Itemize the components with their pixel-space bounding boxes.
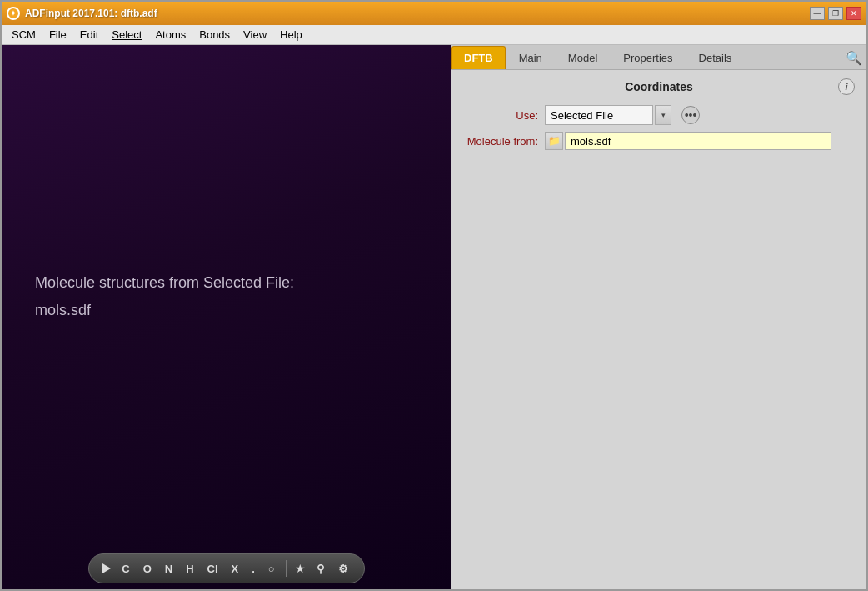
coordinates-section-header: Coordinates i	[463, 78, 855, 95]
more-options-button[interactable]: •••	[681, 106, 700, 124]
menu-select[interactable]: Select	[105, 27, 148, 43]
file-browse-button[interactable]: 📁	[545, 132, 563, 150]
left-panel: Molecule structures from Selected File: …	[2, 45, 451, 589]
use-control-group: Selected File ▾	[545, 105, 671, 125]
menu-view[interactable]: View	[237, 27, 273, 43]
tab-model[interactable]: Model	[556, 46, 610, 69]
molecule-from-input[interactable]	[565, 132, 831, 150]
use-dropdown-arrow[interactable]: ▾	[655, 105, 671, 125]
toolbar-cl-button[interactable]: Cl	[205, 561, 221, 577]
molecule-from-row: Molecule from: 📁	[463, 132, 855, 150]
panel-content: Coordinates i Use: Selected File ▾ •••	[451, 70, 866, 589]
right-panel: DFTB Main Model Properties Details 🔍 Coo…	[451, 45, 866, 589]
toolbar-search-button[interactable]: ⚲	[314, 561, 327, 577]
coordinates-title: Coordinates	[594, 80, 725, 93]
use-select[interactable]: Selected File	[545, 105, 653, 125]
menu-scm[interactable]: SCM	[5, 27, 42, 43]
app-icon: ✦	[7, 7, 20, 20]
toolbar-n-button[interactable]: N	[162, 561, 175, 577]
tabs-bar: DFTB Main Model Properties Details 🔍	[451, 45, 866, 70]
toolbar-arrow-icon[interactable]	[102, 563, 111, 573]
minimize-button[interactable]: —	[810, 7, 825, 20]
window-title: ADFinput 2017.101: dftb.adf	[25, 8, 157, 19]
toolbar-pill: C O N H Cl X . ○ ★ ⚲ ⚙	[88, 553, 364, 583]
search-icon[interactable]: 🔍	[841, 46, 866, 69]
use-label: Use:	[463, 109, 538, 122]
menu-bonds[interactable]: Bonds	[192, 27, 237, 43]
toolbar-star-button[interactable]: ★	[295, 562, 306, 575]
toolbar-circle-button[interactable]: ○	[266, 561, 277, 577]
toolbar-separator	[286, 560, 287, 577]
info-button[interactable]: i	[838, 78, 855, 95]
molecule-description-line2: mols.sdf	[35, 302, 418, 319]
file-input-group: 📁	[545, 132, 831, 150]
title-bar: ✦ ADFinput 2017.101: dftb.adf — ❐ ✕	[2, 2, 866, 25]
toolbar-dot-button[interactable]: .	[249, 561, 257, 577]
molecule-from-label: Molecule from:	[463, 135, 538, 148]
toolbar-o-button[interactable]: O	[141, 561, 154, 577]
menu-help[interactable]: Help	[273, 27, 309, 43]
main-content: Molecule structures from Selected File: …	[2, 45, 866, 589]
app-window: ✦ ADFinput 2017.101: dftb.adf — ❐ ✕ SCM …	[0, 0, 868, 591]
toolbar-gear-button[interactable]: ⚙	[336, 561, 351, 577]
toolbar-c-button[interactable]: C	[119, 561, 132, 577]
molecule-display: Molecule structures from Selected File: …	[2, 45, 451, 548]
toolbar-h-button[interactable]: H	[183, 561, 196, 577]
tab-properties[interactable]: Properties	[611, 46, 685, 69]
toolbar-x-button[interactable]: X	[229, 561, 242, 577]
window-controls: — ❐ ✕	[810, 7, 861, 20]
menu-atoms[interactable]: Atoms	[148, 27, 192, 43]
use-row: Use: Selected File ▾ •••	[463, 105, 855, 125]
tab-dftb[interactable]: DFTB	[451, 46, 506, 69]
bottom-toolbar: C O N H Cl X . ○ ★ ⚲ ⚙	[2, 548, 451, 589]
tab-main[interactable]: Main	[506, 46, 555, 69]
restore-button[interactable]: ❐	[828, 7, 843, 20]
molecule-description-line1: Molecule structures from Selected File:	[35, 274, 418, 292]
menu-bar: SCM File Edit Select Atoms Bonds View He…	[2, 25, 866, 45]
close-button[interactable]: ✕	[846, 7, 861, 20]
menu-edit[interactable]: Edit	[73, 27, 105, 43]
menu-file[interactable]: File	[42, 27, 73, 43]
tab-details[interactable]: Details	[686, 46, 745, 69]
